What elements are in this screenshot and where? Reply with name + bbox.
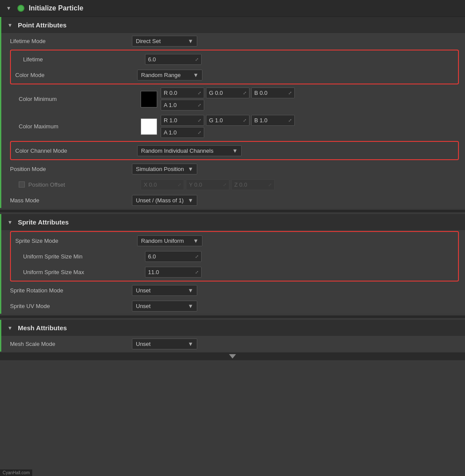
point-attributes-section: ▼ Point Attributes Lifetime Mode Direct … (0, 17, 465, 208)
resize-icon: ⤢ (198, 130, 201, 135)
color-maximum-rgb-row2: A 1.0 ⤢ (161, 127, 295, 138)
sprite-uv-mode-control: Unset ▼ (132, 301, 459, 312)
color-minimum-swatch[interactable] (141, 91, 157, 107)
scroll-indicator (0, 352, 465, 360)
color-maximum-label: Color Maximum (19, 123, 141, 130)
sprite-rotation-mode-dropdown[interactable]: Unset ▼ (132, 285, 197, 296)
uniform-sprite-size-min-label: Uniform Sprite Size Min (23, 253, 145, 260)
color-channel-mode-highlight: Color Channel Mode Random Individual Cha… (10, 141, 459, 160)
color-minimum-row: Color Minimum R 0.0 ⤢ G 0.0 ⤢ B 0.0 ⤢ (1, 85, 465, 113)
color-mode-control: Random Range ▼ (137, 70, 454, 80)
color-maximum-rgb-row1: R 1.0 ⤢ G 1.0 ⤢ B 1.0 ⤢ (161, 115, 295, 126)
position-mode-dropdown[interactable]: Simulation Position ▼ (132, 164, 197, 174)
dropdown-arrow: ▼ (188, 166, 193, 172)
lifetime-mode-label: Lifetime Mode (10, 38, 132, 44)
sprite-uv-mode-row: Sprite UV Mode Unset ▼ (1, 298, 465, 314)
resize-icon: ⤢ (195, 254, 199, 259)
collapse-arrow[interactable]: ▼ (6, 5, 11, 11)
position-offset-control: X 0.0 ⤢ Y 0.0 ⤢ Z 0.0 ⤢ (141, 179, 459, 190)
point-attributes-header[interactable]: ▼ Point Attributes (1, 17, 465, 33)
section-collapse-arrow: ▼ (7, 219, 13, 225)
color-maximum-rgb: R 1.0 ⤢ G 1.0 ⤢ B 1.0 ⤢ A 1.0 ⤢ (161, 115, 295, 138)
uniform-sprite-size-max-control: 11.0 ⤢ (145, 267, 454, 278)
page-title: Initialize Particle (29, 4, 83, 12)
color-min-r[interactable]: R 0.0 ⤢ (161, 87, 204, 98)
mesh-attributes-header[interactable]: ▼ Mesh Attributes (1, 320, 465, 336)
position-offset-x[interactable]: X 0.0 ⤢ (141, 179, 184, 190)
resize-icon: ⤢ (288, 118, 292, 123)
sprite-size-mode-control: Random Uniform ▼ (137, 235, 454, 246)
mass-mode-dropdown[interactable]: Unset / (Mass of 1) ▼ (132, 195, 197, 206)
scroll-down-icon (229, 354, 236, 359)
lifetime-colormode-highlight: Lifetime 6.0 ⤢ Color Mode Random Range ▼ (10, 50, 459, 84)
position-mode-row: Position Mode Simulation Position ▼ (1, 161, 465, 177)
dropdown-arrow: ▼ (188, 287, 193, 294)
position-offset-row: Position Offset X 0.0 ⤢ Y 0.0 ⤢ Z 0.0 ⤢ (1, 177, 465, 192)
sprite-rotation-mode-label: Sprite Rotation Mode (10, 287, 132, 294)
color-min-a[interactable]: A 1.0 ⤢ (161, 100, 204, 111)
resize-icon: ⤢ (243, 91, 246, 95)
color-min-b[interactable]: B 0.0 ⤢ (251, 87, 295, 98)
lifetime-input[interactable]: 6.0 ⤢ (145, 54, 202, 65)
sprite-attributes-section: ▼ Sprite Attributes Sprite Size Mode Ran… (0, 214, 465, 314)
sprite-rotation-mode-control: Unset ▼ (132, 285, 459, 296)
color-mode-row: Color Mode Random Range ▼ (11, 67, 458, 83)
sprite-size-mode-label: Sprite Size Mode (15, 238, 137, 244)
status-icon (17, 5, 24, 12)
sprite-uv-mode-label: Sprite UV Mode (10, 303, 132, 309)
lifetime-mode-control: Direct Set ▼ (132, 36, 459, 47)
position-mode-label: Position Mode (10, 166, 132, 172)
lifetime-mode-dropdown[interactable]: Direct Set ▼ (132, 36, 197, 47)
point-attributes-label: Point Attributes (18, 21, 67, 29)
resize-icon: ⤢ (198, 91, 201, 95)
dropdown-arrow: ▼ (188, 197, 193, 204)
section-divider (0, 210, 465, 212)
color-max-r[interactable]: R 1.0 ⤢ (161, 115, 204, 126)
resize-icon: ⤢ (195, 270, 199, 275)
color-max-b[interactable]: B 1.0 ⤢ (251, 115, 295, 126)
dropdown-arrow: ▼ (188, 341, 193, 347)
sprite-attributes-header[interactable]: ▼ Sprite Attributes (1, 214, 465, 230)
color-channel-mode-label: Color Channel Mode (15, 147, 137, 154)
mesh-attributes-section: ▼ Mesh Attributes Mesh Scale Mode Unset … (0, 320, 465, 352)
mass-mode-label: Mass Mode (10, 197, 132, 204)
color-min-g[interactable]: G 0.0 ⤢ (206, 87, 249, 98)
lifetime-label: Lifetime (23, 56, 145, 63)
resize-icon: ⤢ (243, 118, 246, 123)
color-max-g[interactable]: G 1.0 ⤢ (206, 115, 249, 126)
uniform-sprite-size-min-input[interactable]: 6.0 ⤢ (145, 251, 202, 262)
color-minimum-rgb: R 0.0 ⤢ G 0.0 ⤢ B 0.0 ⤢ A 1.0 ⤢ (161, 87, 295, 111)
sprite-uv-mode-dropdown[interactable]: Unset ▼ (132, 301, 197, 312)
color-minimum-label: Color Minimum (19, 96, 141, 102)
dropdown-arrow: ▼ (232, 147, 238, 154)
mesh-scale-mode-row: Mesh Scale Mode Unset ▼ (1, 336, 465, 352)
uniform-sprite-size-max-row: Uniform Sprite Size Max 11.0 ⤢ (11, 264, 458, 280)
position-offset-checkbox[interactable] (19, 181, 25, 188)
color-minimum-rgb-row1: R 0.0 ⤢ G 0.0 ⤢ B 0.0 ⤢ (161, 87, 295, 98)
mesh-scale-mode-control: Unset ▼ (132, 339, 459, 349)
position-offset-y[interactable]: Y 0.0 ⤢ (186, 179, 229, 190)
uniform-sprite-size-max-input[interactable]: 11.0 ⤢ (145, 267, 202, 278)
resize-icon: ⤢ (195, 57, 199, 62)
dropdown-arrow: ▼ (193, 238, 199, 244)
mesh-scale-mode-dropdown[interactable]: Unset ▼ (132, 339, 197, 349)
sprite-size-mode-dropdown[interactable]: Random Uniform ▼ (137, 235, 202, 246)
color-maximum-control: R 1.0 ⤢ G 1.0 ⤢ B 1.0 ⤢ A 1.0 ⤢ (141, 115, 459, 138)
mass-mode-control: Unset / (Mass of 1) ▼ (132, 195, 459, 206)
uniform-sprite-size-min-row: Uniform Sprite Size Min 6.0 ⤢ (11, 248, 458, 264)
resize-icon: ⤢ (198, 103, 201, 107)
section-divider-2 (0, 315, 465, 318)
color-mode-dropdown[interactable]: Random Range ▼ (137, 70, 202, 80)
lifetime-row: Lifetime 6.0 ⤢ (11, 51, 458, 67)
resize-icon: ⤢ (178, 182, 181, 187)
uniform-sprite-size-min-control: 6.0 ⤢ (145, 251, 454, 262)
color-channel-mode-row: Color Channel Mode Random Individual Cha… (11, 143, 458, 158)
resize-icon: ⤢ (268, 182, 272, 187)
position-offset-label: Position Offset (19, 181, 141, 188)
color-maximum-swatch[interactable] (141, 118, 157, 135)
color-channel-mode-dropdown[interactable]: Random Individual Channels ▼ (137, 145, 242, 156)
color-max-a[interactable]: A 1.0 ⤢ (161, 127, 204, 138)
dropdown-arrow: ▼ (193, 72, 199, 78)
color-mode-label: Color Mode (15, 72, 137, 78)
position-offset-z[interactable]: Z 0.0 ⤢ (231, 179, 275, 190)
